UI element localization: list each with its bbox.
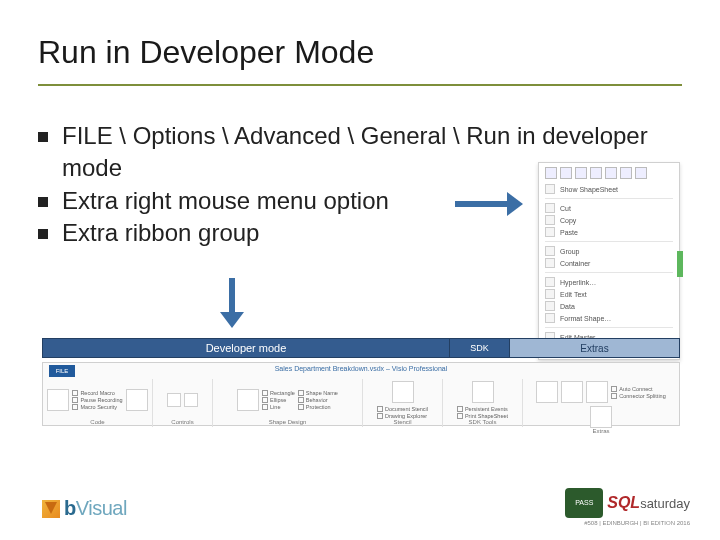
group-icon — [545, 246, 555, 256]
ribbon-group-shape-design: Rectangle Ellipse Line Shape Name Behavi… — [213, 379, 363, 427]
ribbon-label-sdk: SDK — [450, 338, 510, 358]
style-swatch-icon — [545, 167, 557, 179]
ribbon-window-title: Sales Department Breakdown.vsdx – Visio … — [43, 363, 679, 372]
context-menu-screenshot: Show ShapeSheet Cut Copy Paste Group Con… — [538, 162, 680, 360]
style-swatch-icon — [575, 167, 587, 179]
context-menu-item: Data — [545, 300, 673, 312]
context-menu-item: Cut — [545, 202, 673, 214]
calculator-icon — [590, 406, 612, 428]
style-swatch-icon — [605, 167, 617, 179]
bullet-marker-icon — [38, 197, 48, 207]
container-icon — [545, 258, 555, 268]
style-swatch-icon — [620, 167, 632, 179]
menu-item-icon — [545, 184, 555, 194]
context-menu-item: Show ShapeSheet — [545, 183, 673, 195]
context-menu-item: Hyperlink… — [545, 276, 673, 288]
saturday-text: saturday — [640, 496, 690, 511]
sql-text: SQL — [607, 494, 640, 511]
delete-icon — [561, 381, 583, 403]
ribbon-group-controls: Controls — [153, 379, 213, 427]
ribbon-label-extras: Extras — [510, 338, 680, 358]
visual-basic-icon — [47, 389, 69, 411]
bvisual-logo-rest: Visual — [76, 497, 127, 519]
ribbon-label-developer-mode: Developer mode — [42, 338, 450, 358]
com-addins-icon — [126, 389, 148, 411]
edit-icon — [536, 381, 558, 403]
bullet-marker-icon — [38, 229, 48, 239]
refresh-all-icon — [586, 381, 608, 403]
sql-saturday-subtitle: #508 | EDINBURGH | BI EDITION 2016 — [584, 520, 690, 526]
ribbon-group-extras: Auto Connect Connector Splitting Extras — [523, 379, 679, 427]
ribbon-label-bar: Developer mode SDK Extras — [42, 338, 680, 358]
show-shapesheet-icon — [237, 389, 259, 411]
context-menu-item: Paste — [545, 226, 673, 238]
cut-icon — [545, 203, 555, 213]
style-swatch-icon — [635, 167, 647, 179]
ribbon-screenshot: FILE Sales Department Breakdown.vsdx – V… — [42, 362, 680, 426]
design-mode-icon — [167, 393, 181, 407]
hyperlink-icon — [545, 277, 555, 287]
data-icon — [545, 301, 555, 311]
ribbon-group-stencil: Document Stencil Drawing Explorer Stenci… — [363, 379, 443, 427]
bvisual-logo: bVisual — [42, 497, 127, 520]
sql-saturday-logo: PASS SQLsaturday #508 | EDINBURGH | BI E… — [565, 488, 690, 526]
context-menu-item: Format Shape… — [545, 312, 673, 324]
ribbon-group-code: Record Macro Pause Recording Macro Secur… — [43, 379, 153, 427]
edit-text-icon — [545, 289, 555, 299]
slide-title: Run in Developer Mode — [38, 34, 374, 71]
new-stencil-icon — [392, 381, 414, 403]
paste-icon — [545, 227, 555, 237]
view-code-icon — [184, 393, 198, 407]
context-menu-item: Group — [545, 245, 673, 257]
style-swatch-icon — [590, 167, 602, 179]
format-shape-icon — [545, 313, 555, 323]
pass-pill-icon: PASS — [565, 488, 603, 518]
bullet-marker-icon — [38, 132, 48, 142]
arrow-right-icon — [455, 192, 525, 216]
title-underline — [38, 84, 682, 86]
ribbon-group-sdk-tools: Persistent Events Print ShapeSheet SDK T… — [443, 379, 523, 427]
arrow-down-icon — [220, 278, 244, 328]
context-menu-item: Copy — [545, 214, 673, 226]
context-menu-item: Edit Text — [545, 288, 673, 300]
context-menu-item: Container — [545, 257, 673, 269]
copy-icon — [545, 215, 555, 225]
bvisual-logo-icon — [42, 500, 60, 518]
style-swatch-icon — [560, 167, 572, 179]
bvisual-logo-b: b — [64, 497, 76, 519]
event-monitor-icon — [472, 381, 494, 403]
